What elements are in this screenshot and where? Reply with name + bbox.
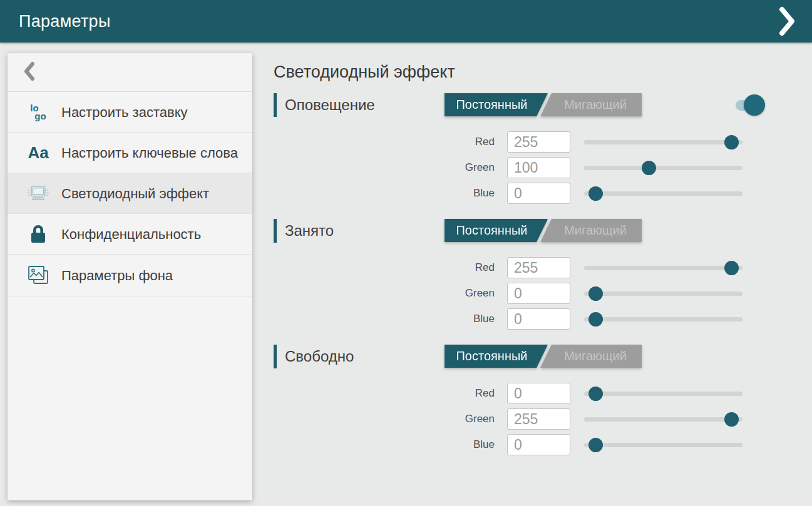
lock-icon: [26, 224, 50, 244]
green-value-input[interactable]: [507, 283, 570, 304]
red-channel-row: Red: [274, 257, 765, 278]
slider-thumb[interactable]: [642, 161, 656, 175]
section-accent-bar: [274, 345, 277, 368]
sidebar-item-background[interactable]: Параметры фона: [8, 255, 252, 296]
slider-thumb[interactable]: [724, 261, 739, 275]
green-channel-row: Green: [274, 408, 765, 430]
page-title: Светодиодный эффект: [274, 63, 765, 82]
slider-thumb[interactable]: [588, 186, 603, 201]
green-channel-row: Green: [274, 283, 765, 304]
red-channel-row: Red: [274, 131, 765, 153]
sidebar-item-label: Параметры фона: [61, 267, 173, 284]
sidebar-item-led-effect[interactable]: Светодиодный эффект: [8, 173, 252, 214]
red-channel-row: Red: [274, 383, 765, 404]
app-header: Параметры: [0, 0, 812, 43]
slider-track: [584, 191, 743, 196]
forward-chevron-icon[interactable]: [778, 6, 796, 36]
switch-knob: [744, 94, 765, 116]
slider-track: [584, 443, 743, 447]
mode-blinking-button[interactable]: Мигающий: [540, 219, 642, 242]
green-value-input[interactable]: [507, 408, 570, 430]
sidebar-collapse-button[interactable]: [8, 53, 252, 92]
blue-slider[interactable]: [584, 183, 743, 204]
red-slider[interactable]: [584, 257, 743, 278]
red-label: Red: [274, 261, 495, 274]
mode-constant-button[interactable]: Постоянный: [445, 93, 548, 116]
blue-label: Blue: [274, 313, 495, 325]
mode-toggle: Постоянный Мигающий: [445, 219, 642, 242]
slider-track: [584, 140, 743, 144]
blue-label: Blue: [274, 187, 495, 200]
section-accent-bar: [274, 219, 277, 243]
section-name: Занято: [285, 222, 334, 240]
collapse-chevron-icon: [24, 61, 35, 84]
section-alert: Оповещение Постоянный Мигающий Red Green: [274, 93, 765, 204]
section-name: Свободно: [285, 348, 354, 365]
slider-thumb[interactable]: [724, 135, 739, 149]
sidebar: lo go Настроить заставку Aa Настроить кл…: [8, 53, 252, 500]
sidebar-item-screensaver[interactable]: lo go Настроить заставку: [8, 92, 252, 133]
green-channel-row: Green: [274, 157, 765, 178]
section-free: Свободно Постоянный Мигающий Red Green B…: [274, 345, 765, 455]
blue-channel-row: Blue: [274, 183, 765, 204]
slider-thumb[interactable]: [724, 412, 739, 427]
blue-value-input[interactable]: [507, 308, 570, 330]
sidebar-item-label: Конфиденциальность: [61, 226, 201, 243]
red-label: Red: [274, 387, 495, 400]
slider-track: [584, 417, 743, 422]
red-label: Red: [274, 136, 495, 148]
red-value-input[interactable]: [507, 257, 570, 278]
green-slider[interactable]: [584, 283, 743, 304]
sidebar-item-label: Светодиодный эффект: [61, 185, 209, 202]
blue-slider[interactable]: [584, 308, 743, 330]
mode-constant-button[interactable]: Постоянный: [445, 345, 548, 368]
mode-blinking-button[interactable]: Мигающий: [540, 93, 642, 116]
blue-channel-row: Blue: [274, 434, 765, 455]
sidebar-item-label: Настроить ключевые слова: [61, 144, 238, 161]
red-slider[interactable]: [584, 383, 743, 404]
keywords-aa-icon: Aa: [26, 143, 50, 163]
background-images-icon: [26, 265, 50, 286]
slider-track: [584, 166, 743, 170]
blue-slider[interactable]: [584, 434, 743, 455]
red-value-input[interactable]: [507, 383, 570, 404]
sidebar-item-label: Настроить заставку: [61, 104, 188, 121]
slider-thumb[interactable]: [588, 286, 603, 301]
section-busy: Занято Постоянный Мигающий Red Green Blu…: [274, 219, 765, 330]
logo-icon: lo go: [26, 104, 50, 120]
red-slider[interactable]: [584, 131, 743, 153]
slider-track: [584, 266, 743, 270]
section-name: Оповещение: [285, 96, 375, 114]
mode-toggle: Постоянный Мигающий: [445, 345, 642, 368]
sidebar-item-keywords[interactable]: Aa Настроить ключевые слова: [8, 133, 252, 173]
green-slider[interactable]: [584, 157, 743, 178]
blue-channel-row: Blue: [274, 308, 765, 330]
blue-value-input[interactable]: [507, 434, 570, 455]
blue-value-input[interactable]: [507, 183, 570, 204]
green-value-input[interactable]: [507, 157, 570, 178]
sidebar-item-privacy[interactable]: Конфиденциальность: [8, 214, 252, 255]
blue-label: Blue: [274, 438, 495, 451]
slider-track: [584, 291, 743, 296]
green-label: Green: [274, 287, 495, 300]
mode-toggle: Постоянный Мигающий: [445, 93, 642, 116]
slider-thumb[interactable]: [588, 387, 603, 401]
green-label: Green: [274, 413, 495, 425]
section-accent-bar: [274, 93, 277, 117]
green-slider[interactable]: [584, 408, 743, 430]
main-content: Светодиодный эффект Оповещение Постоянны…: [274, 63, 765, 470]
slider-thumb[interactable]: [588, 438, 603, 452]
mode-constant-button[interactable]: Постоянный: [445, 219, 548, 242]
app-title: Параметры: [19, 12, 111, 31]
alert-enable-switch[interactable]: [736, 94, 765, 116]
slider-thumb[interactable]: [588, 312, 603, 326]
mode-blinking-button[interactable]: Мигающий: [540, 345, 642, 368]
red-value-input[interactable]: [507, 131, 570, 153]
green-label: Green: [274, 161, 495, 174]
led-monitor-icon: [26, 183, 50, 203]
slider-track: [584, 392, 743, 396]
slider-track: [584, 317, 743, 321]
